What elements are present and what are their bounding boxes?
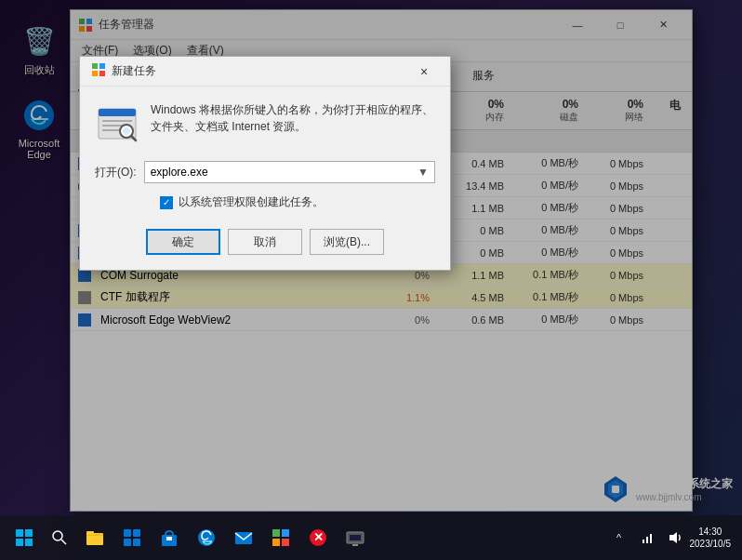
confirm-button[interactable]: 确定 <box>146 229 220 255</box>
desktop: 🗑️ 回收站 MicrosoftEdge 任 <box>0 0 742 560</box>
time-display: 14:30 <box>690 526 732 538</box>
taskbar: ✕ ^ <box>0 515 742 560</box>
svg-point-15 <box>123 127 130 135</box>
svg-marker-45 <box>669 532 677 543</box>
svg-rect-27 <box>124 539 131 546</box>
taskbar-remote[interactable] <box>338 521 372 554</box>
start-button[interactable] <box>7 521 41 554</box>
taskbar-store[interactable] <box>152 521 186 554</box>
svg-text:✕: ✕ <box>313 530 324 544</box>
svg-rect-8 <box>99 71 105 76</box>
tray-volume[interactable] <box>662 525 688 551</box>
svg-rect-25 <box>124 529 131 537</box>
svg-rect-20 <box>25 539 33 546</box>
dialog-title: 新建任务 <box>112 63 409 79</box>
taskbar-mail[interactable] <box>227 521 260 554</box>
svg-rect-26 <box>133 529 140 537</box>
svg-rect-11 <box>102 120 132 122</box>
tray-chevron[interactable]: ^ <box>606 525 632 551</box>
svg-rect-7 <box>92 71 98 76</box>
taskbar-taskmanager[interactable] <box>264 521 298 554</box>
system-tray: ^ 14:30 2023/10/5 <box>606 525 735 551</box>
cancel-button[interactable]: 取消 <box>228 229 302 255</box>
dialog-input-row: 打开(O): explore.exe ▼ <box>95 161 435 183</box>
svg-rect-35 <box>272 539 280 546</box>
new-task-dialog: 新建任务 × Windo <box>79 56 451 271</box>
svg-point-21 <box>53 531 62 540</box>
svg-rect-24 <box>86 531 94 535</box>
dropdown-arrow-icon[interactable]: ▼ <box>417 166 429 179</box>
svg-rect-19 <box>16 539 23 546</box>
date-display: 2023/10/5 <box>690 538 732 550</box>
dialog-buttons: 确定 取消 浏览(B)... <box>95 229 435 255</box>
svg-rect-18 <box>25 529 33 537</box>
dialog-titlebar: 新建任务 × <box>80 57 450 87</box>
svg-rect-30 <box>166 537 172 540</box>
svg-rect-41 <box>352 544 358 546</box>
open-input[interactable]: explore.exe ▼ <box>144 161 435 183</box>
svg-rect-40 <box>350 535 361 540</box>
checkbox-row: ✓ 以系统管理权限创建此任务。 <box>95 194 435 210</box>
svg-rect-36 <box>282 539 289 546</box>
input-value: explore.exe <box>151 166 208 179</box>
svg-rect-43 <box>646 537 648 543</box>
svg-rect-33 <box>272 529 280 537</box>
dialog-body: Windows 将根据你所键入的名称，为你打开相应的程序、 文件夹、文档或 In… <box>80 87 450 270</box>
svg-rect-32 <box>235 532 252 544</box>
dialog-icon <box>91 62 106 80</box>
browse-button[interactable]: 浏览(B)... <box>310 229 384 255</box>
taskbar-widgets[interactable] <box>115 521 149 554</box>
svg-rect-44 <box>650 534 652 543</box>
dialog-top: Windows 将根据你所键入的名称，为你打开相应的程序、 文件夹、文档或 In… <box>95 101 435 146</box>
svg-rect-10 <box>99 109 136 116</box>
taskbar-edge[interactable] <box>190 521 223 554</box>
admin-checkbox[interactable]: ✓ <box>160 196 173 209</box>
dialog-close-button[interactable]: × <box>409 57 439 87</box>
svg-rect-5 <box>92 63 98 69</box>
checkbox-label: 以系统管理权限创建此任务。 <box>179 194 324 210</box>
input-label: 打开(O): <box>95 165 137 180</box>
dialog-main-icon <box>95 101 139 146</box>
svg-rect-6 <box>99 63 105 69</box>
svg-rect-17 <box>16 529 23 537</box>
svg-rect-34 <box>282 529 289 537</box>
search-button[interactable] <box>45 523 74 553</box>
tray-network[interactable] <box>634 525 660 551</box>
system-time: 14:30 2023/10/5 <box>690 526 735 550</box>
taskbar-file-manager[interactable] <box>78 521 112 554</box>
dialog-description: Windows 将根据你所键入的名称，为你打开相应的程序、 文件夹、文档或 In… <box>151 101 435 135</box>
svg-rect-28 <box>133 539 140 546</box>
svg-line-22 <box>61 540 66 544</box>
taskbar-error[interactable]: ✕ <box>301 521 335 554</box>
svg-rect-42 <box>643 540 644 543</box>
